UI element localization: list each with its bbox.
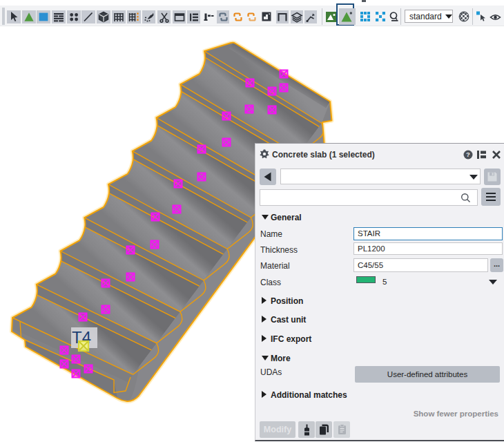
svg-text:?: ? [466, 151, 470, 158]
